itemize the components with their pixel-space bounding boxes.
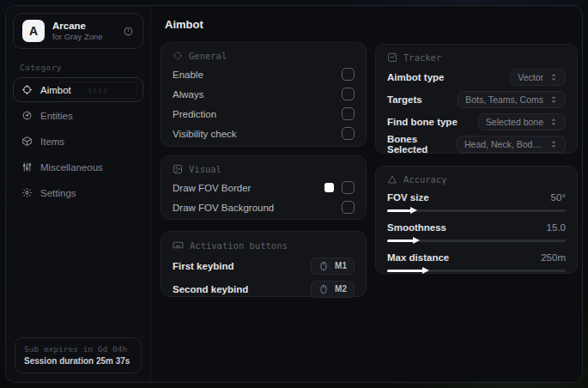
setting-row: Draw FOV Border [173,178,355,197]
setting-row: Prediction [173,104,355,124]
setting-row: Find bone type Selected bone [387,111,566,133]
sidebar: A Arcane for Gray Zone Category Aimbot [6,6,151,382]
setting-row: Max distance 250m [387,248,566,275]
max-distance-slider[interactable] [387,267,566,275]
setting-row: FOV size 50° [387,188,566,215]
brand-card: A Arcane for Gray Zone [13,13,143,49]
prediction-checkbox[interactable] [342,107,355,120]
mouse-icon [318,284,329,294]
section-title: Accuracy [403,174,447,185]
draw-fov-background-checkbox[interactable] [342,201,355,214]
activation-card: Activation buttons First keybind M1 Seco… [161,231,367,297]
power-icon[interactable] [123,26,134,37]
page-title: Aimbot [165,18,203,31]
sub-expiry-text: Sub expires in 6d 04h [24,344,132,354]
app-logo: A [22,20,45,42]
always-checkbox[interactable] [342,88,355,100]
section-title: Tracker [403,52,441,63]
crosshair-icon [21,84,33,95]
sidebar-item-items[interactable]: Items [13,129,143,154]
second-keybind-button[interactable]: M2 [311,281,355,298]
sidebar-nav: Aimbot ▮▮▮▮ Entities Items [6,77,150,205]
enable-checkbox[interactable] [342,68,355,81]
package-icon [21,136,33,147]
select-expand-icon [549,73,558,82]
aimbot-type-dropdown[interactable]: Vector [510,69,566,86]
keyboard-icon [173,239,184,251]
sidebar-item-miscellaneous[interactable]: Miscellaneous [13,155,143,179]
smoothness-slider[interactable] [387,237,566,245]
ghost-watermark: ▮▮▮▮ [58,82,137,99]
setting-row: Aimbot type Vector [387,66,566,88]
sidebar-item-label: Settings [40,188,76,198]
visibility-check-checkbox[interactable] [342,127,355,140]
tracker-card: Tracker Aimbot type Vector Targets [375,44,578,154]
max-distance-value: 250m [541,252,566,263]
smoothness-value: 15.0 [547,222,566,233]
accuracy-card: Accuracy FOV size 50° Smoothness 15.0 [375,166,578,274]
draw-fov-border-checkbox[interactable] [342,181,355,194]
main-panel: Aimbot General Enable Always [151,6,582,382]
sidebar-item-entities[interactable]: Entities [13,103,143,128]
select-expand-icon [549,140,558,149]
first-keybind-button[interactable]: M1 [311,258,355,275]
sliders-icon [21,161,33,173]
mouse-icon [318,261,329,271]
visual-card: Visual Draw FOV Border Draw FOV Backgrou… [161,155,367,220]
select-expand-icon [549,118,558,126]
general-card: General Enable Always Prediction Visibil… [161,42,367,147]
bones-selected-dropdown[interactable]: Head, Neck, Body, Pe.. [457,136,566,153]
setting-row: Always [173,84,355,104]
app-window: A Arcane for Gray Zone Category Aimbot [5,5,583,383]
sidebar-item-settings[interactable]: Settings [13,180,143,205]
subscription-info: Sub expires in 6d 04h Session duration 2… [15,337,142,373]
entities-radar-icon [21,110,33,121]
setting-row: Draw FOV Background [173,197,355,217]
fov-border-color-swatch[interactable] [324,183,334,192]
setting-row: First keybind M1 [173,254,355,277]
category-label: Category [6,56,150,77]
find-bone-type-dropdown[interactable]: Selected bone [478,113,566,130]
section-title: Visual [189,164,221,174]
sidebar-item-label: Miscellaneous [40,162,103,173]
select-expand-icon [549,95,558,104]
section-title: Activation buttons [190,240,288,251]
app-name: Arcane [52,20,115,32]
image-icon [173,164,183,174]
fov-size-slider[interactable] [387,207,566,215]
session-duration-text: Session duration 25m 37s [24,356,132,366]
setting-row: Visibility check [173,124,355,143]
triangle-icon [387,174,397,185]
sidebar-item-label: Items [40,136,64,147]
targets-dropdown[interactable]: Bots, Teams, Coms [458,91,566,108]
scan-icon [387,52,397,63]
fov-size-value: 50° [551,192,566,203]
section-title: General [189,51,227,61]
gear-icon [21,187,33,198]
crosshair-icon [173,51,183,61]
sidebar-item-aimbot[interactable]: Aimbot ▮▮▮▮ [13,77,143,102]
setting-row: Targets Bots, Teams, Coms [387,88,566,111]
sidebar-item-label: Entities [40,111,73,121]
setting-row: Enable [173,64,355,84]
setting-row: Bones Selected Head, Neck, Body, Pe.. [387,133,566,155]
setting-row: Smoothness 15.0 [387,218,566,245]
app-subtitle: for Gray Zone [52,32,115,42]
setting-row: Second keybind M2 [173,277,355,300]
